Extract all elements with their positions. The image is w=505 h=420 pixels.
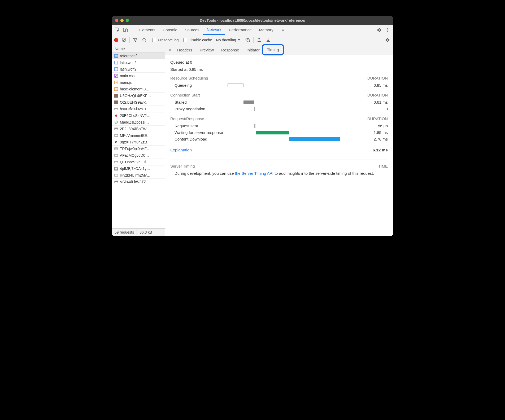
- tab-sources[interactable]: Sources: [181, 25, 203, 35]
- svg-rect-49: [115, 174, 118, 176]
- request-row[interactable]: AFacMOgv6D0…: [112, 152, 165, 159]
- timing-label: Request sent: [175, 124, 228, 128]
- request-row[interactable]: TRFujw0pi0nHF…: [112, 146, 165, 152]
- request-row[interactable]: main.js: [112, 79, 165, 86]
- network-conditions-icon[interactable]: [244, 37, 251, 43]
- download-har-icon[interactable]: [265, 37, 272, 43]
- file-type-icon: T: [114, 60, 118, 65]
- tab-elements[interactable]: Elements: [135, 25, 159, 35]
- inspect-icon[interactable]: [114, 26, 121, 34]
- timing-label: Waiting for server response: [175, 130, 228, 135]
- clear-icon[interactable]: [120, 37, 127, 43]
- server-timing-title: Server Timing: [170, 164, 195, 168]
- section-title: Request/Response: [170, 116, 204, 121]
- request-row[interactable]: O2sIJEHG9avK…: [112, 99, 165, 106]
- request-row[interactable]: main.css: [112, 73, 165, 79]
- kebab-menu-icon[interactable]: [384, 26, 391, 34]
- svg-text:T: T: [115, 68, 117, 71]
- request-row[interactable]: Tlatin.woff2: [112, 66, 165, 73]
- request-row[interactable]: 4pIMBj7zOAk1y…: [112, 165, 165, 172]
- request-row[interactable]: lHvzbNUlrm2Mv…: [112, 172, 165, 179]
- request-name: QTDnaY32hLDi…: [120, 160, 150, 164]
- request-name: MPcVmmemtEE…: [120, 133, 151, 138]
- duration-header: DURATION: [367, 76, 388, 80]
- detail-tab-response[interactable]: Response: [217, 45, 243, 55]
- detail-tab-headers[interactable]: Headers: [173, 45, 196, 55]
- tab-console[interactable]: Console: [159, 25, 181, 35]
- sidebar-header[interactable]: Name: [112, 45, 165, 53]
- throttling-select[interactable]: No throttling: [214, 37, 242, 43]
- detail-tab-timing[interactable]: Timing: [263, 45, 282, 55]
- throttling-label: No throttling: [216, 38, 236, 42]
- tab-network[interactable]: Network: [203, 25, 225, 35]
- tab-performance[interactable]: Performance: [225, 25, 255, 35]
- explanation-link[interactable]: Explanation: [170, 148, 192, 152]
- titlebar: DevTools - localhost:8080/docs/devtools/…: [112, 16, 393, 25]
- request-row[interactable]: QTDnaY32hLDi…: [112, 159, 165, 165]
- timing-section: Connection StartDURATIONStalled0.61 msPr…: [170, 93, 388, 112]
- record-button[interactable]: [114, 38, 118, 42]
- svg-rect-37: [115, 134, 118, 137]
- settings-gear-icon[interactable]: [376, 26, 383, 34]
- server-timing-text: During development, you can use the Serv…: [170, 168, 388, 176]
- minimize-window-button[interactable]: [120, 19, 124, 22]
- tab-memory[interactable]: Memory: [255, 25, 277, 35]
- file-type-icon: [114, 74, 118, 78]
- file-type-icon: [114, 153, 118, 158]
- request-row[interactable]: MPcVmmemtEE…: [112, 132, 165, 139]
- upload-har-icon[interactable]: [256, 37, 263, 43]
- request-name: 4pIMBj7zOAk1y…: [120, 167, 150, 171]
- search-icon[interactable]: [141, 37, 148, 43]
- device-toggle-icon[interactable]: [122, 26, 129, 34]
- disable-cache-checkbox[interactable]: Disable cache: [183, 38, 212, 42]
- request-row[interactable]: MadqZslZpo1sj…: [112, 119, 165, 126]
- request-list[interactable]: reference/Tlatin.woff2Tlatin.woff2main.c…: [112, 53, 165, 228]
- request-row[interactable]: Tlatin.woff2: [112, 59, 165, 66]
- close-detail-icon[interactable]: ×: [167, 48, 173, 52]
- detail-tab-initiator[interactable]: Initiator: [243, 45, 263, 55]
- request-row[interactable]: base-element-3…: [112, 86, 165, 93]
- request-row[interactable]: U5OHzQL4tEKF…: [112, 93, 165, 99]
- preserve-log-label: Preserve log: [158, 38, 179, 42]
- maximize-window-button[interactable]: [126, 19, 129, 22]
- svg-point-12: [249, 41, 250, 41]
- svg-point-27: [116, 89, 117, 90]
- timing-value: 1.85 ms: [361, 130, 388, 135]
- main-tabs: ElementsConsoleSourcesNetworkPerformance…: [112, 25, 393, 35]
- request-row[interactable]: reference/: [112, 53, 165, 59]
- file-type-icon: [114, 87, 118, 91]
- section-title: Resource Scheduling: [170, 76, 208, 80]
- timing-value: 0.85 ms: [361, 83, 388, 88]
- request-row[interactable]: 9gzXiTYY0nZzB…: [112, 139, 165, 146]
- close-window-button[interactable]: [115, 19, 118, 22]
- file-type-icon: [114, 133, 118, 138]
- timing-value: 0.61 ms: [361, 100, 388, 104]
- tabs-overflow-button[interactable]: »: [278, 25, 288, 35]
- request-name: lHvzbNUlrm2Mv…: [120, 173, 150, 177]
- request-list-sidebar: Name reference/Tlatin.woff2Tlatin.woff2m…: [112, 45, 165, 236]
- request-row[interactable]: VSk4XiLkW8TZ: [112, 179, 165, 185]
- server-timing-api-link[interactable]: the Server Timing API: [235, 171, 273, 176]
- file-type-icon: T: [114, 67, 118, 71]
- svg-line-34: [115, 121, 117, 123]
- network-settings-gear-icon[interactable]: [384, 37, 391, 43]
- request-row[interactable]: h90CtfziXluvh1L…: [112, 106, 165, 112]
- timing-section: Resource SchedulingDURATIONQueueing0.85 …: [170, 76, 388, 89]
- svg-rect-30: [115, 108, 118, 110]
- svg-point-32: [115, 115, 117, 117]
- server-timing-time-label: TIME: [378, 164, 388, 168]
- file-type-icon: [114, 54, 118, 58]
- detail-tab-preview[interactable]: Preview: [196, 45, 217, 55]
- request-row[interactable]: 20E6CLcSzNV2…: [112, 112, 165, 119]
- filter-icon[interactable]: [132, 37, 139, 43]
- request-name: main.css: [120, 74, 134, 78]
- content-area: Name reference/Tlatin.woff2Tlatin.woff2m…: [112, 45, 393, 236]
- svg-point-8: [143, 38, 145, 41]
- request-row[interactable]: 2P2L80XfBoFW…: [112, 126, 165, 132]
- file-type-icon: [114, 107, 118, 111]
- svg-rect-41: [115, 148, 118, 150]
- timing-label: Queueing: [175, 83, 228, 88]
- timing-value: 56 µs: [361, 124, 388, 128]
- timing-label: Stalled: [175, 100, 228, 104]
- preserve-log-checkbox[interactable]: Preserve log: [152, 38, 179, 42]
